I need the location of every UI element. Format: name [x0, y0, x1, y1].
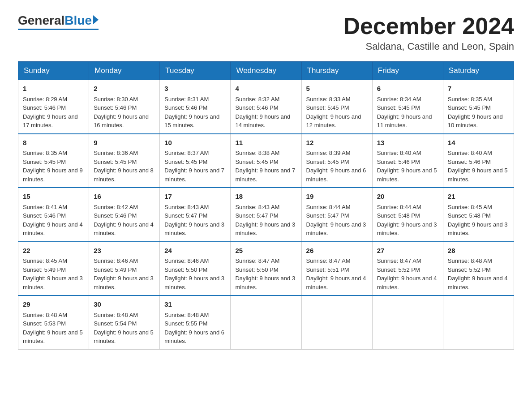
day-number: 22	[23, 246, 84, 256]
day-header-monday: Monday	[89, 62, 160, 80]
week-row-3: 15Sunrise: 8:41 AMSunset: 5:46 PMDayligh…	[18, 188, 514, 242]
day-number: 30	[94, 300, 155, 310]
day-header-sunday: Sunday	[18, 62, 89, 80]
day-header-friday: Friday	[372, 62, 443, 80]
calendar-cell: 23Sunrise: 8:46 AMSunset: 5:49 PMDayligh…	[89, 242, 160, 296]
calendar-cell	[443, 295, 514, 349]
calendar-cell: 9Sunrise: 8:36 AMSunset: 5:45 PMDaylight…	[89, 134, 160, 188]
day-number: 31	[164, 300, 226, 310]
day-number: 19	[306, 192, 368, 202]
calendar-cell: 7Sunrise: 8:35 AMSunset: 5:45 PMDaylight…	[443, 80, 514, 134]
week-row-5: 29Sunrise: 8:48 AMSunset: 5:53 PMDayligh…	[18, 295, 514, 349]
day-number: 7	[448, 84, 509, 94]
day-number: 21	[448, 192, 509, 202]
day-number: 24	[164, 246, 226, 256]
calendar-cell: 4Sunrise: 8:32 AMSunset: 5:46 PMDaylight…	[231, 80, 301, 134]
day-number: 15	[23, 192, 84, 202]
week-row-4: 22Sunrise: 8:45 AMSunset: 5:49 PMDayligh…	[18, 242, 514, 296]
calendar-cell: 27Sunrise: 8:47 AMSunset: 5:52 PMDayligh…	[372, 242, 443, 296]
calendar-cell: 17Sunrise: 8:43 AMSunset: 5:47 PMDayligh…	[160, 188, 231, 242]
day-number: 11	[235, 138, 296, 148]
day-number: 12	[306, 138, 368, 148]
calendar-cell: 13Sunrise: 8:40 AMSunset: 5:46 PMDayligh…	[372, 134, 443, 188]
logo-underline	[18, 29, 99, 30]
calendar-cell: 31Sunrise: 8:48 AMSunset: 5:55 PMDayligh…	[160, 295, 231, 349]
location-subtitle: Saldana, Castille and Leon, Spain	[343, 41, 514, 52]
calendar-cell: 24Sunrise: 8:46 AMSunset: 5:50 PMDayligh…	[160, 242, 231, 296]
calendar-cell: 14Sunrise: 8:40 AMSunset: 5:46 PMDayligh…	[443, 134, 514, 188]
day-number: 8	[23, 138, 84, 148]
calendar-cell: 22Sunrise: 8:45 AMSunset: 5:49 PMDayligh…	[18, 242, 89, 296]
week-row-1: 1Sunrise: 8:29 AMSunset: 5:46 PMDaylight…	[18, 80, 514, 134]
calendar-cell: 21Sunrise: 8:45 AMSunset: 5:48 PMDayligh…	[443, 188, 514, 242]
calendar-cell: 2Sunrise: 8:30 AMSunset: 5:46 PMDaylight…	[89, 80, 160, 134]
calendar-cell: 8Sunrise: 8:35 AMSunset: 5:45 PMDaylight…	[18, 134, 89, 188]
day-number: 2	[94, 84, 155, 94]
calendar-cell	[372, 295, 443, 349]
calendar-header-row: SundayMondayTuesdayWednesdayThursdayFrid…	[18, 62, 514, 80]
logo: General Blue	[18, 13, 99, 30]
day-number: 23	[94, 246, 155, 256]
logo-general-text: General	[18, 13, 64, 28]
calendar-cell: 16Sunrise: 8:42 AMSunset: 5:46 PMDayligh…	[89, 188, 160, 242]
day-number: 18	[235, 192, 296, 202]
month-year-title: December 2024	[343, 13, 514, 39]
day-header-saturday: Saturday	[443, 62, 514, 80]
day-number: 4	[235, 84, 296, 94]
calendar-cell: 15Sunrise: 8:41 AMSunset: 5:46 PMDayligh…	[18, 188, 89, 242]
calendar-cell: 30Sunrise: 8:48 AMSunset: 5:54 PMDayligh…	[89, 295, 160, 349]
calendar-cell: 20Sunrise: 8:44 AMSunset: 5:48 PMDayligh…	[372, 188, 443, 242]
calendar-cell: 11Sunrise: 8:38 AMSunset: 5:45 PMDayligh…	[231, 134, 301, 188]
day-number: 16	[94, 192, 155, 202]
day-number: 27	[377, 246, 438, 256]
day-number: 29	[23, 300, 84, 310]
day-number: 14	[448, 138, 509, 148]
logo-blue-text: Blue	[64, 13, 92, 28]
calendar-cell: 25Sunrise: 8:47 AMSunset: 5:50 PMDayligh…	[231, 242, 301, 296]
day-header-wednesday: Wednesday	[231, 62, 301, 80]
day-header-tuesday: Tuesday	[160, 62, 231, 80]
day-number: 6	[377, 84, 438, 94]
calendar-cell: 1Sunrise: 8:29 AMSunset: 5:46 PMDaylight…	[18, 80, 89, 134]
calendar-cell: 10Sunrise: 8:37 AMSunset: 5:45 PMDayligh…	[160, 134, 231, 188]
day-number: 3	[164, 84, 226, 94]
calendar-cell: 18Sunrise: 8:43 AMSunset: 5:47 PMDayligh…	[231, 188, 301, 242]
calendar-cell: 28Sunrise: 8:48 AMSunset: 5:52 PMDayligh…	[443, 242, 514, 296]
day-header-thursday: Thursday	[301, 62, 372, 80]
calendar-cell: 5Sunrise: 8:33 AMSunset: 5:45 PMDaylight…	[301, 80, 372, 134]
calendar-cell: 12Sunrise: 8:39 AMSunset: 5:45 PMDayligh…	[301, 134, 372, 188]
calendar-cell: 19Sunrise: 8:44 AMSunset: 5:47 PMDayligh…	[301, 188, 372, 242]
week-row-2: 8Sunrise: 8:35 AMSunset: 5:45 PMDaylight…	[18, 134, 514, 188]
calendar-cell	[231, 295, 301, 349]
day-number: 28	[448, 246, 509, 256]
calendar-cell: 29Sunrise: 8:48 AMSunset: 5:53 PMDayligh…	[18, 295, 89, 349]
day-number: 10	[164, 138, 226, 148]
day-number: 26	[306, 246, 368, 256]
logo-arrow-icon	[93, 15, 99, 24]
title-area: December 2024 Saldana, Castille and Leon…	[343, 13, 514, 52]
calendar-cell: 6Sunrise: 8:34 AMSunset: 5:45 PMDaylight…	[372, 80, 443, 134]
calendar-cell	[301, 295, 372, 349]
page-header: General Blue December 2024 Saldana, Cast…	[18, 13, 514, 52]
day-number: 17	[164, 192, 226, 202]
calendar-cell: 3Sunrise: 8:31 AMSunset: 5:46 PMDaylight…	[160, 80, 231, 134]
day-number: 9	[94, 138, 155, 148]
day-number: 5	[306, 84, 368, 94]
calendar-cell: 26Sunrise: 8:47 AMSunset: 5:51 PMDayligh…	[301, 242, 372, 296]
day-number: 1	[23, 84, 84, 94]
calendar-table: SundayMondayTuesdayWednesdayThursdayFrid…	[18, 61, 514, 350]
day-number: 13	[377, 138, 438, 148]
day-number: 20	[377, 192, 438, 202]
day-number: 25	[235, 246, 296, 256]
